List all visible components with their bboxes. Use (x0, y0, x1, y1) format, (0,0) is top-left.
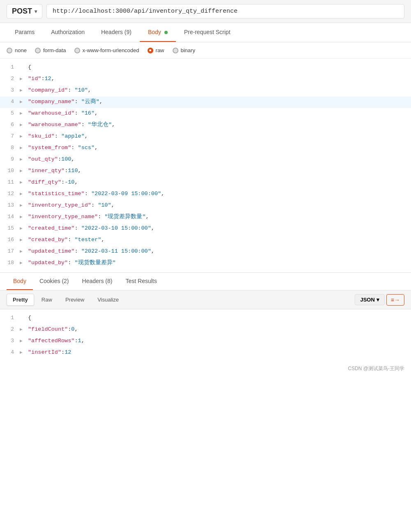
json-format-dropdown[interactable]: JSON ▾ (355, 294, 384, 305)
tab-headers[interactable]: Headers (9) (93, 23, 140, 42)
wrap-button[interactable]: ≡→ (386, 294, 404, 306)
line-number: 18 (0, 258, 20, 267)
line-content: "sku_id": "apple", (28, 131, 411, 142)
line-number: 4 (0, 97, 20, 106)
preview-button[interactable]: Preview (60, 294, 90, 305)
radio-none-circle (7, 48, 12, 53)
response-code-editor[interactable]: 1{2▶"fieldCount":0,3▶"affectedRows":1,4▶… (0, 309, 411, 362)
radio-urlencoded[interactable]: x-www-form-urlencoded (74, 47, 139, 53)
line-arrow-icon: ▶ (20, 143, 28, 152)
response-tab-headers[interactable]: Headers (8) (76, 273, 119, 290)
code-line-13: 13▶"inventory_type_id": "10", (0, 200, 411, 212)
radio-urlencoded-circle (74, 48, 80, 53)
code-line-14: 14▶"inventory_type_name": "现货差异数量", (0, 212, 411, 223)
code-line-8: 8▶"system_from": "scs", (0, 143, 411, 154)
line-arrow-icon: ▶ (20, 108, 28, 117)
line-content: "statistics_time": "2022-03-09 15:00:00"… (28, 189, 411, 200)
line-number: 12 (0, 189, 20, 198)
line-arrow-icon: ▶ (20, 200, 28, 210)
code-line-18: 18▶"updated_by": "现货数量差异" (0, 258, 411, 269)
response-tab-body[interactable]: Body (7, 273, 33, 290)
line-content: "inventory_type_name": "现货差异数量", (28, 212, 411, 223)
line-arrow-icon: ▶ (20, 120, 28, 129)
url-input[interactable] (46, 4, 404, 18)
line-content: "created_time": "2022-03-10 15:00:00", (28, 223, 411, 234)
line-content: "company_id": "10", (28, 85, 411, 96)
method-selector[interactable]: POST ▾ (7, 4, 42, 18)
code-line-11: 11▶"diff_qty":-10, (0, 177, 411, 189)
watermark: CSDN @测试菜鸟-王同学 (0, 362, 411, 375)
tab-pre-request-script[interactable]: Pre-request Script (176, 23, 239, 42)
code-line-2: 2▶"id":12, (0, 74, 411, 85)
top-bar: POST ▾ (0, 0, 411, 23)
radio-binary-circle (173, 48, 178, 53)
line-number: 17 (0, 246, 20, 256)
line-content: "warehouse_id": "16", (28, 108, 411, 119)
code-line-9: 9▶"out_qty":100, (0, 154, 411, 166)
visualize-button[interactable]: Visualize (92, 294, 125, 305)
code-line-5: 5▶"warehouse_id": "16", (0, 108, 411, 120)
line-content: { (28, 62, 411, 73)
line-arrow-icon: ▶ (20, 324, 28, 334)
code-line-1: 1{ (0, 62, 411, 74)
line-number: 11 (0, 177, 20, 187)
code-line-17: 17▶"updated_time": "2022-03-11 15:00:00"… (0, 246, 411, 258)
pretty-button[interactable]: Pretty (7, 294, 34, 306)
line-number: 2 (0, 74, 20, 83)
raw-button[interactable]: Raw (36, 294, 58, 305)
radio-form-data-circle (35, 48, 41, 53)
tab-body[interactable]: Body (140, 23, 176, 42)
radio-none[interactable]: none (7, 47, 27, 53)
line-content: "updated_time": "2022-03-11 15:00:00", (28, 246, 411, 257)
line-number: 2 (0, 324, 20, 334)
radio-raw[interactable]: raw (148, 47, 164, 53)
line-content: "affectedRows":1, (28, 336, 411, 347)
response-tab-test-results[interactable]: Test Results (119, 273, 163, 290)
line-number: 16 (0, 235, 20, 244)
line-content: "inventory_type_id": "10", (28, 200, 411, 211)
line-arrow-icon: ▶ (20, 223, 28, 233)
line-arrow-icon: ▶ (20, 131, 28, 140)
line-number: 1 (0, 313, 20, 322)
line-number: 1 (0, 62, 20, 72)
line-arrow-icon: ▶ (20, 166, 28, 175)
line-arrow-icon: ▶ (20, 258, 28, 267)
line-content: "warehouse_name": "华北仓", (28, 120, 411, 131)
radio-form-data[interactable]: form-data (35, 47, 66, 53)
line-arrow-icon: ▶ (20, 235, 28, 244)
radio-binary[interactable]: binary (173, 47, 195, 53)
line-arrow-icon: ▶ (20, 85, 28, 94)
tab-authorization[interactable]: Authorization (43, 23, 93, 42)
line-content: "out_qty":100, (28, 154, 411, 165)
code-line-2: 2▶"fieldCount":0, (0, 324, 411, 336)
line-arrow-icon: ▶ (20, 97, 28, 106)
radio-raw-circle (148, 48, 153, 53)
request-body-editor[interactable]: 1{2▶"id":12,3▶"company_id": "10",4▶"comp… (0, 59, 411, 273)
code-line-6: 6▶"warehouse_name": "华北仓", (0, 120, 411, 131)
line-number: 8 (0, 143, 20, 152)
tab-params[interactable]: Params (7, 23, 43, 42)
response-tab-cookies[interactable]: Cookies (2) (33, 273, 76, 290)
method-label: POST (12, 7, 32, 16)
code-line-4: 4▶"company_name": "云商", (0, 97, 411, 108)
line-arrow-icon (20, 313, 28, 314)
line-content: "inner_qty":110, (28, 166, 411, 177)
line-arrow-icon: ▶ (20, 246, 28, 256)
line-number: 9 (0, 154, 20, 164)
line-arrow-icon: ▶ (20, 336, 28, 345)
request-tabs: Params Authorization Headers (9) Body Pr… (0, 23, 411, 42)
line-number: 7 (0, 131, 20, 141)
line-arrow-icon: ▶ (20, 189, 28, 198)
line-number: 13 (0, 200, 20, 210)
code-line-10: 10▶"inner_qty":110, (0, 166, 411, 177)
body-active-dot (164, 31, 168, 34)
line-arrow-icon (20, 62, 28, 64)
line-content: "fieldCount":0, (28, 324, 411, 335)
line-number: 3 (0, 85, 20, 95)
line-arrow-icon: ▶ (20, 177, 28, 187)
line-number: 5 (0, 108, 20, 118)
body-type-row: none form-data x-www-form-urlencoded raw… (0, 42, 411, 59)
line-content: { (28, 313, 411, 324)
line-arrow-icon: ▶ (20, 347, 28, 357)
code-line-7: 7▶"sku_id": "apple", (0, 131, 411, 143)
